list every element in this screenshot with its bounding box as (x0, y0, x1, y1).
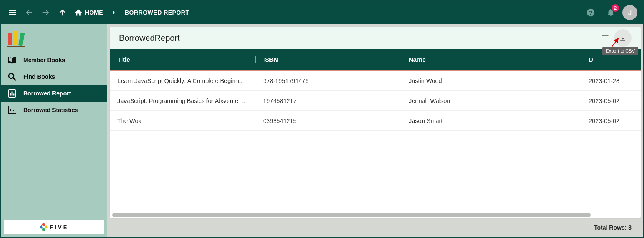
download-icon (619, 34, 627, 42)
sidebar-item-label: Borrowed Statistics (23, 107, 78, 113)
export-tooltip: Export to CSV (602, 47, 638, 55)
chart-icon (7, 105, 17, 115)
cell-date: 2023-05-02 (547, 118, 639, 124)
cell-title: The Wok (110, 118, 256, 124)
svg-rect-6 (12, 92, 12, 95)
home-icon (74, 8, 82, 17)
sidebar-item-label: Find Books (23, 73, 55, 80)
table-header: Title ISBN Name D (110, 49, 641, 71)
table-row[interactable]: The Wok 0393541215 Jason Smart 2023-05-0… (110, 111, 641, 131)
filter-icon (601, 34, 609, 42)
sidebar-item-find-books[interactable]: Find Books (1, 68, 107, 85)
table-footer: Total Rows: 3 (110, 218, 641, 237)
cell-title: JavaScript: Programming Basics for Absol… (110, 98, 256, 104)
breadcrumb-home[interactable]: HOME (74, 8, 103, 17)
horizontal-scrollbar[interactable] (112, 213, 638, 218)
sidebar-item-label: Member Books (23, 57, 65, 63)
avatar[interactable]: J (622, 5, 637, 20)
total-rows-label: Total Rows: 3 (594, 224, 632, 231)
sidebar-item-member-books[interactable]: Member Books (1, 52, 107, 68)
card-header: BorrowedReport (110, 27, 641, 49)
report-icon (7, 88, 17, 98)
table-row[interactable]: JavaScript: Programming Basics for Absol… (110, 91, 641, 111)
cell-isbn: 1974581217 (256, 98, 401, 104)
vendor-logo-text: FIVE (50, 224, 69, 230)
app-logo (1, 24, 107, 52)
sidebar: Member Books Find Books Borrowed Report … (1, 24, 107, 237)
svg-point-2 (9, 73, 14, 78)
cell-date: 2023-05-02 (547, 98, 639, 104)
notifications-button[interactable]: 2 (602, 4, 619, 21)
breadcrumb-home-label: HOME (85, 9, 103, 16)
help-button[interactable]: ? (582, 4, 599, 21)
svg-rect-5 (10, 93, 11, 95)
main-area: BorrowedReport Export to CSV Title (107, 24, 643, 237)
cell-title: Learn JavaScript Quickly: A Complete Beg… (110, 78, 256, 84)
breadcrumb-page-label: BORROWED REPORT (125, 9, 189, 16)
column-title[interactable]: Title (110, 56, 256, 63)
svg-text:?: ? (589, 10, 592, 16)
filter-button[interactable] (597, 29, 614, 47)
cell-isbn: 0393541215 (256, 118, 401, 124)
column-isbn[interactable]: ISBN (256, 56, 401, 63)
back-button[interactable] (21, 4, 37, 21)
chevron-right-icon (111, 9, 117, 16)
column-date[interactable]: D (547, 56, 639, 63)
forward-button[interactable] (37, 4, 54, 21)
appbar: HOME BORROWED REPORT ? 2 J (1, 1, 643, 24)
avatar-initial: J (628, 8, 632, 17)
cell-isbn: 978-1951791476 (256, 78, 401, 84)
report-card: BorrowedReport Export to CSV Title (110, 27, 641, 218)
page-title: BorrowedReport (119, 33, 180, 43)
book-open-icon (7, 55, 17, 65)
menu-button[interactable] (4, 4, 21, 21)
cell-name: Jason Smart (401, 118, 547, 124)
breadcrumb: HOME BORROWED REPORT (74, 8, 189, 17)
vendor-logo: FIVE (4, 220, 104, 234)
sidebar-item-label: Borrowed Report (23, 90, 71, 97)
svg-line-3 (13, 78, 16, 80)
cell-name: Jennah Walson (401, 98, 547, 104)
cell-date: 2023-01-28 (547, 78, 639, 84)
up-button[interactable] (54, 4, 71, 21)
cell-name: Justin Wood (401, 78, 547, 84)
export-csv-button[interactable] (614, 29, 632, 47)
svg-rect-7 (13, 94, 14, 95)
notifications-badge: 2 (612, 4, 619, 12)
column-name[interactable]: Name (401, 56, 547, 63)
search-icon (7, 72, 17, 82)
sidebar-item-borrowed-statistics[interactable]: Borrowed Statistics (1, 102, 107, 118)
table-row[interactable]: Learn JavaScript Quickly: A Complete Beg… (110, 71, 641, 91)
sidebar-item-borrowed-report[interactable]: Borrowed Report (1, 85, 107, 102)
